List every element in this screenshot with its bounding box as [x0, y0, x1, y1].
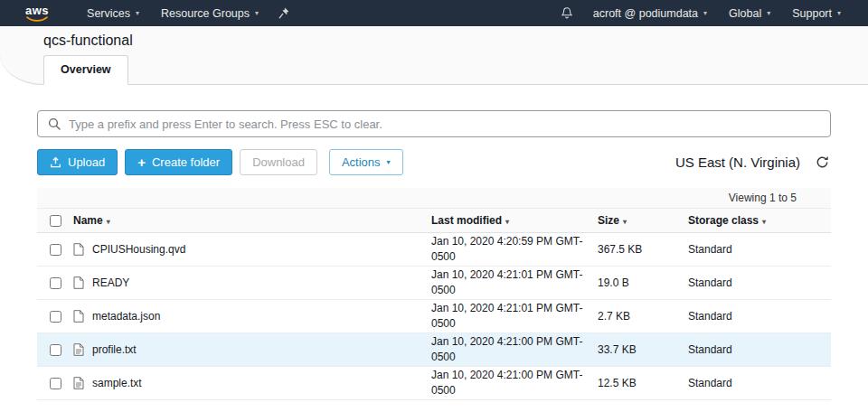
- chevron-down-icon: ▾: [387, 159, 391, 166]
- text-file-icon: [73, 343, 84, 356]
- table-row[interactable]: profile.txt Jan 10, 2020 4:21:00 PM GMT-…: [37, 333, 831, 367]
- object-storage-class: Standard: [688, 243, 831, 256]
- account-menu-label: acroft @ podiumdata: [593, 7, 698, 20]
- column-header-last-modified[interactable]: Last modified▾: [431, 214, 598, 227]
- plus-icon: +: [137, 155, 146, 169]
- viewing-status-bar: Viewing 1 to 5: [37, 188, 831, 208]
- prefix-search-input[interactable]: [37, 110, 831, 137]
- top-navbar: aws Services ▾ Resource Groups ▾ acroft …: [0, 0, 868, 26]
- column-header-size[interactable]: Size▾: [598, 214, 688, 227]
- chevron-down-icon: ▾: [255, 10, 259, 17]
- row-check-cell: [37, 311, 73, 323]
- upload-icon: [50, 156, 61, 168]
- file-icon: [73, 276, 84, 289]
- row-checkbox[interactable]: [50, 277, 61, 289]
- aws-logo[interactable]: aws: [25, 5, 49, 22]
- select-all-cell: [37, 215, 73, 227]
- tab-overview-label: Overview: [61, 63, 111, 76]
- row-check-cell: [37, 277, 73, 289]
- column-header-size-label: Size: [598, 214, 619, 227]
- file-icon: [73, 243, 84, 256]
- row-checkbox[interactable]: [50, 344, 61, 356]
- table-header-row: Name▾ Last modified▾ Size▾ Storage class…: [37, 208, 831, 233]
- resource-groups-menu-label: Resource Groups: [161, 7, 250, 20]
- row-check-cell: [37, 244, 73, 256]
- aws-logo-text: aws: [25, 5, 49, 16]
- table-row[interactable]: metadata.json Jan 10, 2020 4:21:01 PM GM…: [37, 300, 831, 333]
- toolbar: Upload + Create folder Download Actions …: [37, 149, 831, 175]
- row-checkbox[interactable]: [50, 311, 61, 323]
- file-icon: [73, 310, 84, 323]
- column-header-storage-class[interactable]: Storage class▾: [688, 214, 831, 227]
- search-icon: [48, 117, 61, 130]
- object-modified: Jan 10, 2020 4:21:01 PM GMT-0500: [431, 267, 598, 299]
- object-name: metadata.json: [92, 310, 160, 323]
- table-row[interactable]: READY Jan 10, 2020 4:21:01 PM GMT-0500 1…: [37, 267, 831, 300]
- select-all-checkbox[interactable]: [50, 215, 61, 227]
- create-folder-button[interactable]: + Create folder: [125, 149, 232, 175]
- chevron-down-icon: ▾: [136, 10, 139, 17]
- region-menu-label: Global: [729, 7, 761, 20]
- object-name-link[interactable]: CPIUSHousing.qvd: [73, 243, 431, 256]
- region-menu[interactable]: Global ▾: [718, 0, 781, 26]
- sort-caret-icon: ▾: [762, 218, 766, 226]
- page-header: qcs-functional Overview: [0, 26, 868, 85]
- aws-smile-icon: [26, 16, 48, 22]
- object-storage-class: Standard: [688, 276, 831, 289]
- column-header-name[interactable]: Name▾: [73, 214, 431, 227]
- object-modified: Jan 10, 2020 4:21:01 PM GMT-0500: [431, 301, 598, 332]
- object-size: 33.7 KB: [598, 343, 688, 356]
- actions-button-label: Actions: [342, 155, 381, 169]
- tab-overview[interactable]: Overview: [43, 55, 128, 85]
- account-menu[interactable]: acroft @ podiumdata ▾: [582, 0, 718, 26]
- pin-shortcut-button[interactable]: [278, 7, 289, 19]
- object-name-link[interactable]: metadata.json: [73, 310, 431, 323]
- table-row[interactable]: sample.txt Jan 10, 2020 4:21:00 PM GMT-0…: [37, 367, 831, 400]
- resource-groups-menu[interactable]: Resource Groups ▾: [150, 0, 269, 26]
- object-modified: Jan 10, 2020 4:20:59 PM GMT-0500: [431, 234, 598, 266]
- table-row[interactable]: CPIUSHousing.qvd Jan 10, 2020 4:20:59 PM…: [37, 233, 831, 267]
- object-name: sample.txt: [92, 377, 142, 389]
- chevron-down-icon: ▾: [767, 10, 770, 17]
- bell-icon: [561, 6, 573, 20]
- row-checkbox[interactable]: [50, 378, 61, 389]
- column-header-modified-label: Last modified: [431, 214, 502, 227]
- column-header-storage-label: Storage class: [688, 214, 759, 227]
- column-header-name-label: Name: [73, 214, 103, 227]
- sort-caret-icon: ▾: [623, 218, 627, 226]
- services-menu[interactable]: Services ▾: [76, 0, 150, 26]
- row-checkbox[interactable]: [50, 244, 61, 256]
- chevron-down-icon: ▾: [703, 10, 707, 17]
- object-name-link[interactable]: profile.txt: [73, 343, 431, 356]
- upload-button-label: Upload: [68, 155, 105, 169]
- object-modified: Jan 10, 2020 4:21:00 PM GMT-0500: [431, 368, 598, 399]
- object-size: 367.5 KB: [598, 243, 688, 256]
- support-menu[interactable]: Support ▾: [781, 0, 852, 26]
- object-storage-class: Standard: [688, 377, 831, 389]
- notifications-button[interactable]: [552, 6, 582, 20]
- object-name-link[interactable]: sample.txt: [73, 377, 431, 389]
- sort-caret-icon: ▾: [505, 218, 509, 226]
- bucket-panel: Upload + Create folder Download Actions …: [0, 85, 868, 400]
- sort-caret-icon: ▾: [107, 218, 110, 226]
- toolbar-right: US East (N. Virginia): [675, 154, 831, 171]
- chevron-down-icon: ▾: [837, 10, 841, 17]
- topbar-right: acroft @ podiumdata ▾ Global ▾ Support ▾: [552, 0, 852, 26]
- text-file-icon: [73, 377, 84, 389]
- row-check-cell: [37, 378, 73, 389]
- row-check-cell: [37, 344, 73, 356]
- refresh-button[interactable]: [814, 154, 831, 171]
- services-menu-label: Services: [87, 7, 130, 20]
- object-name-link[interactable]: READY: [73, 276, 431, 289]
- create-folder-button-label: Create folder: [152, 155, 220, 169]
- search-bar: [37, 110, 831, 137]
- object-storage-class: Standard: [688, 310, 831, 323]
- actions-dropdown-button[interactable]: Actions ▾: [329, 149, 403, 175]
- bucket-title: qcs-functional: [43, 33, 133, 49]
- upload-button[interactable]: Upload: [37, 149, 118, 175]
- refresh-icon: [816, 155, 829, 169]
- viewing-count: Viewing 1 to 5: [729, 192, 797, 204]
- region-label: US East (N. Virginia): [675, 154, 800, 170]
- pin-icon: [278, 7, 289, 19]
- download-button[interactable]: Download: [240, 149, 317, 175]
